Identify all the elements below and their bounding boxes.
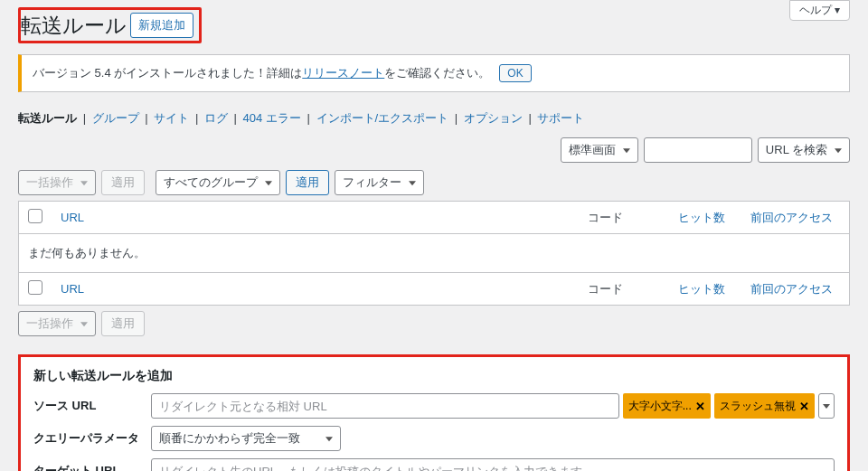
chip-slash-remove-icon[interactable]: ✕ <box>799 400 809 413</box>
help-tab[interactable]: ヘルプ ▾ <box>789 0 850 21</box>
column-footer-code: コード <box>579 273 669 306</box>
source-url-input[interactable] <box>151 393 619 419</box>
target-url-input[interactable] <box>151 458 835 471</box>
subnav-item-site[interactable]: サイト <box>154 111 189 125</box>
add-new-button[interactable]: 新規追加 <box>130 13 193 38</box>
subnav-item-404[interactable]: 404 エラー <box>243 111 301 125</box>
filter-apply-button[interactable]: 適用 <box>286 170 329 195</box>
label-query: クエリーパラメータ <box>33 430 151 447</box>
bulk-apply-button-bottom[interactable]: 適用 <box>101 311 145 336</box>
column-header-url[interactable]: URL <box>52 202 579 234</box>
search-input[interactable] <box>644 137 752 163</box>
chip-case-remove-icon[interactable]: ✕ <box>695 400 705 413</box>
notice-text: バージョン 5.4 がインストールされました！詳細はリリースノートをご確認くださ… <box>33 65 490 81</box>
chip-case[interactable]: 大字小文字...✕ <box>623 393 711 419</box>
subnav-item-log[interactable]: ログ <box>204 111 228 125</box>
query-param-select[interactable]: 順番にかかわらず完全一致 <box>151 426 341 451</box>
subnav-item-groups[interactable]: グループ <box>92 111 139 125</box>
sub-navigation: 転送ルール | グループ | サイト | ログ | 404 エラー | インポー… <box>18 110 850 127</box>
column-header-hits[interactable]: ヒット数 <box>669 202 741 234</box>
install-notice: バージョン 5.4 がインストールされました！詳細はリリースノートをご確認くださ… <box>18 54 850 92</box>
no-items-row: まだ何もありません。 <box>19 234 850 273</box>
redirects-table: URL コード ヒット数 前回のアクセス まだ何もありません。 URL コード … <box>18 201 850 306</box>
column-header-last[interactable]: 前回のアクセス <box>741 202 850 234</box>
label-source-url: ソース URL <box>33 398 151 414</box>
form-title: 新しい転送ルールを追加 <box>33 368 835 384</box>
bulk-action-select-top[interactable]: 一括操作 <box>18 170 96 195</box>
subnav-item-options[interactable]: オプション <box>464 111 523 125</box>
subnav-item-support[interactable]: サポート <box>537 111 584 125</box>
bulk-apply-button-top[interactable]: 適用 <box>101 170 145 195</box>
column-header-code: コード <box>579 202 669 234</box>
notice-ok-button[interactable]: OK <box>499 64 531 82</box>
page-title: 転送ルール <box>21 12 127 40</box>
column-footer-url[interactable]: URL <box>52 273 579 306</box>
subnav-item-redirects[interactable]: 転送ルール <box>18 111 77 125</box>
subnav-item-import-export[interactable]: インポート/エクスポート <box>316 111 449 125</box>
help-tab-label: ヘルプ <box>799 4 832 16</box>
column-footer-hits[interactable]: ヒット数 <box>669 273 741 306</box>
filter-select[interactable]: フィルター <box>335 170 424 195</box>
source-options-toggle[interactable] <box>818 393 835 419</box>
label-target-url: ターゲット URL <box>33 463 151 471</box>
select-all-checkbox-top[interactable] <box>28 209 42 223</box>
chip-slash[interactable]: スラッシュ無視✕ <box>714 393 815 419</box>
release-notes-link[interactable]: リリースノート <box>302 66 384 80</box>
select-all-checkbox-bottom[interactable] <box>28 280 42 295</box>
add-redirect-form: 新しい転送ルールを追加 ソース URL 大字小文字...✕ スラッシュ無視✕ ク… <box>18 354 850 471</box>
bulk-action-select-bottom[interactable]: 一括操作 <box>18 311 96 336</box>
display-mode-select[interactable]: 標準画面 <box>561 137 638 163</box>
search-type-select[interactable]: URL を検索 <box>758 137 850 163</box>
group-filter-select[interactable]: すべてのグループ <box>156 170 280 195</box>
column-footer-last[interactable]: 前回のアクセス <box>741 273 850 306</box>
